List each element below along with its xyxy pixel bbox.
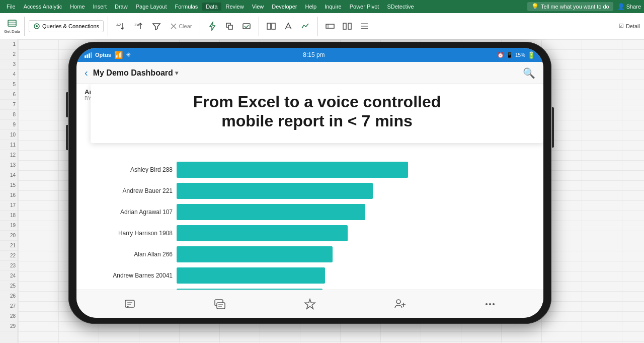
row-num-14: 14: [0, 170, 18, 180]
bar-row-ashley: Ashley Bird 288: [85, 162, 535, 178]
ungroup-icon[interactable]: [339, 16, 355, 37]
sort-za-icon[interactable]: ZA: [130, 16, 146, 37]
nav-title: My Demo Dashboard ▾: [93, 68, 178, 78]
signal-extra-icon: ✳: [126, 51, 131, 58]
ribbon-sep5: [317, 17, 318, 36]
bar-row-andrew-barnes: Andrew Barnes 20041: [85, 267, 535, 284]
row-num-27: 27: [0, 301, 18, 311]
menu-view[interactable]: View: [249, 3, 268, 11]
show-detail-label: Detail: [626, 23, 640, 29]
screen-icon: 📱: [506, 52, 513, 58]
svg-text:AZ: AZ: [116, 23, 121, 27]
menu-access-analytic[interactable]: Access Analytic: [20, 3, 65, 11]
row-num-28: 28: [0, 311, 18, 321]
sort-az-icon[interactable]: AZ: [112, 16, 128, 37]
battery-pct: 15%: [515, 52, 525, 58]
star-button[interactable]: [304, 298, 316, 310]
bar-fill-andrew-barnes: [177, 267, 325, 284]
menu-draw[interactable]: Draw: [111, 3, 131, 11]
svg-rect-12: [267, 23, 271, 29]
alarm-icon: ⏰: [497, 52, 504, 58]
flash-fill-icon[interactable]: [204, 16, 220, 37]
status-time: 8:15 pm: [303, 51, 325, 58]
share-button[interactable]: 👤 Share: [617, 3, 641, 10]
nav-chevron-icon: ▾: [175, 70, 178, 77]
signal-bars: [85, 52, 92, 58]
menu-home[interactable]: Home: [66, 3, 88, 11]
volume-down-button: [66, 125, 68, 150]
bar3: [89, 53, 90, 58]
ribbon-sep1: [24, 17, 25, 36]
chat-button[interactable]: [214, 298, 226, 310]
ribbon: Get Data Queries & Connections AZ ZA: [0, 13, 644, 39]
validate-icon[interactable]: [238, 16, 255, 37]
get-data-label: Get Data: [4, 29, 20, 34]
bar-row-adrian: Adrian Agrawal 107: [85, 204, 535, 220]
group-icon[interactable]: [322, 16, 338, 37]
svg-point-4: [36, 25, 38, 27]
bar-fill-last: [177, 289, 323, 290]
clear-button[interactable]: Clear: [167, 21, 196, 31]
search-icon[interactable]: 🔍: [523, 67, 535, 79]
row-num-25: 25: [0, 281, 18, 291]
menu-review[interactable]: Review: [222, 3, 248, 11]
row-num-12: 12: [0, 150, 18, 160]
power-button: [552, 107, 554, 148]
tell-me-text: Tell me what you want to do: [541, 4, 609, 10]
nav-bar: ‹ My Demo Dashboard ▾ 🔍: [76, 62, 543, 84]
bar1: [85, 55, 86, 58]
tooltip-line2: mobile report in < 7 mins: [221, 112, 413, 130]
queries-connections-button[interactable]: Queries & Connections: [29, 20, 104, 32]
row-num-17: 17: [0, 200, 18, 211]
svg-point-33: [489, 303, 491, 305]
get-data-icon[interactable]: Get Data: [4, 16, 20, 37]
ribbon-sep2: [108, 17, 108, 36]
status-bar: Optus 📶 ✳ 8:15 pm ⏰ 📱 15% 🔋: [76, 48, 543, 62]
menu-insert[interactable]: Insert: [90, 3, 111, 11]
ribbon-sep3: [200, 17, 200, 36]
menu-data[interactable]: Data: [202, 3, 221, 11]
svg-rect-22: [125, 300, 134, 307]
row-num-13: 13: [0, 160, 18, 170]
back-button[interactable]: ‹: [85, 67, 88, 79]
row-num-19: 19: [0, 221, 18, 231]
subtotal-icon[interactable]: [356, 16, 372, 37]
row-num-5: 5: [0, 80, 18, 90]
menu-help[interactable]: Help: [301, 3, 320, 11]
tell-me-box[interactable]: 💡 Tell me what you want to do: [527, 2, 613, 11]
menu-file[interactable]: File: [3, 3, 19, 11]
ribbon-sep4: [259, 17, 259, 36]
detail-checkbox[interactable]: ☑: [619, 23, 624, 29]
row-num-10: 10: [0, 130, 18, 140]
bar-row-alan: Alan Allan 266: [85, 246, 535, 262]
svg-text:ZA: ZA: [134, 23, 140, 27]
comment-button[interactable]: [124, 298, 136, 310]
bar4: [91, 52, 92, 58]
phone-screen: Optus 📶 ✳ 8:15 pm ⏰ 📱 15% 🔋: [76, 48, 543, 318]
more-options-bottom-button[interactable]: [484, 298, 496, 310]
menu-developer[interactable]: Developer: [268, 3, 300, 11]
phone-container: Optus 📶 ✳ 8:15 pm ⏰ 📱 15% 🔋: [68, 42, 567, 329]
row-num-26: 26: [0, 291, 18, 301]
whatif-icon[interactable]: [280, 16, 296, 37]
row-num-21: 21: [0, 241, 18, 251]
menu-inquire[interactable]: Inquire: [321, 3, 345, 11]
filter-icon[interactable]: [148, 16, 165, 37]
text-to-cols-icon[interactable]: [263, 16, 279, 37]
forecast-icon[interactable]: [297, 16, 313, 37]
menu-power-pivot[interactable]: Power Pivot: [346, 3, 383, 11]
menu-sdetective[interactable]: SDetective: [383, 3, 417, 11]
bar-label-alan: Alan Allan 266: [85, 251, 173, 258]
svg-rect-15: [326, 24, 334, 28]
bar-row-last: [85, 289, 535, 290]
row-num-11: 11: [0, 140, 18, 150]
menu-page-layout[interactable]: Page Layout: [132, 3, 171, 11]
person-add-button[interactable]: [394, 298, 406, 310]
menu-formulas[interactable]: Formulas: [171, 3, 201, 11]
row-num-22: 22: [0, 251, 18, 261]
row-num-29: 29: [0, 321, 18, 331]
remove-dups-icon[interactable]: [221, 16, 237, 37]
row-num-8: 8: [0, 110, 18, 120]
tooltip-overlay: From Excel to a voice controlled mobile …: [91, 84, 543, 143]
row-num-1: 1: [0, 39, 18, 49]
